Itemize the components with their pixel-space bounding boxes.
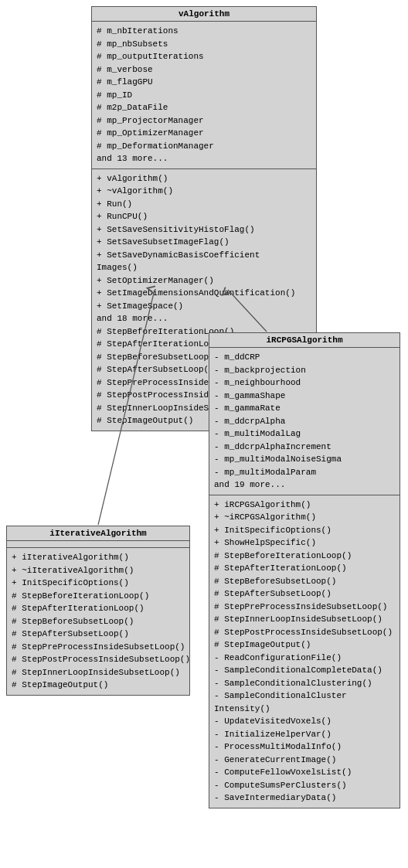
iiterativealgorithm-box: iIterativeAlgorithm + iIterativeAlgorith… bbox=[6, 526, 190, 696]
valgorithm-attributes: # m_nbIterations # mp_nbSubsets # mp_out… bbox=[92, 22, 316, 169]
iiterativealgorithm-methods: + iIterativeAlgorithm() + ~iIterativeAlg… bbox=[7, 548, 189, 695]
ircpgsalgorithm-methods: + iRCPGSAlgorithm() + ~iRCPGSAlgorithm()… bbox=[209, 495, 400, 808]
ircpgsalgorithm-box: iRCPGSAlgorithm - m_ddCRP - m_backprojec… bbox=[209, 332, 400, 808]
ircpgsalgorithm-title: iRCPGSAlgorithm bbox=[209, 333, 400, 348]
ircpgsalgorithm-attributes: - m_ddCRP - m_backprojection - m_neighbo… bbox=[209, 348, 400, 495]
iiterativealgorithm-title: iIterativeAlgorithm bbox=[7, 526, 189, 541]
diagram-container: vAlgorithm # m_nbIterations # mp_nbSubse… bbox=[0, 0, 408, 868]
iiterativealgorithm-attributes bbox=[7, 541, 189, 548]
valgorithm-title: vAlgorithm bbox=[92, 7, 316, 22]
